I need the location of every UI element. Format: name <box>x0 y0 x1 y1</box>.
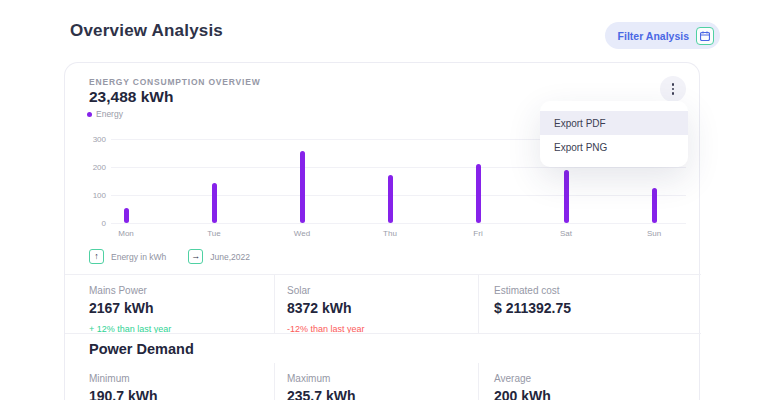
calendar-icon <box>696 27 714 45</box>
stat-label: Estimated cost <box>494 285 701 296</box>
chart-bar[interactable] <box>300 151 305 223</box>
date-range-chip[interactable]: → June,2022 <box>188 249 250 264</box>
arrow-up-icon: ↑ <box>89 249 104 264</box>
power-demand-title: Power Demand <box>89 341 194 357</box>
kebab-menu-icon <box>672 83 675 95</box>
x-axis-label: Fri <box>458 229 498 238</box>
stat-label: Mains Power <box>89 285 274 296</box>
y-axis-tick: 300 <box>65 135 106 144</box>
total-energy-value: 23,488 kWh <box>89 88 173 106</box>
divider <box>65 333 701 334</box>
stat-average: Average 200 kWh <box>479 363 701 400</box>
x-axis-label: Sun <box>634 229 674 238</box>
stat-estimated-cost: Estimated cost $ 211392.75 <box>479 275 701 334</box>
x-axis-label: Thu <box>370 229 410 238</box>
x-axis-label: Sat <box>546 229 586 238</box>
chart-bar[interactable] <box>652 188 657 223</box>
gridline <box>111 195 686 196</box>
chart-bar[interactable] <box>564 170 569 223</box>
y-axis-tick: 0 <box>65 219 106 228</box>
stat-label: Minimum <box>89 373 274 384</box>
stat-value: 200 kWh <box>494 388 701 400</box>
legend-label: Energy <box>96 109 123 119</box>
y-axis-tick: 100 <box>65 191 106 200</box>
stat-minimum: Minimum 190.7 kWh <box>65 363 274 400</box>
chart-bar[interactable] <box>388 175 393 223</box>
arrow-right-icon: → <box>188 249 203 264</box>
power-demand-row: Minimum 190.7 kWh Maximum 235.7 kWh Aver… <box>65 363 701 400</box>
power-stats-row: Mains Power 2167 kWh + 12% than last yea… <box>65 275 701 334</box>
chart-bar[interactable] <box>212 183 217 223</box>
card-menu-button[interactable] <box>660 76 686 102</box>
menu-item-export-pdf[interactable]: Export PDF <box>540 111 688 135</box>
stat-value: 2167 kWh <box>89 300 274 316</box>
chart-meta-chips: ↑ Energy in kWh → June,2022 <box>89 249 250 264</box>
legend-dot-icon <box>87 112 92 117</box>
energy-unit-chip[interactable]: ↑ Energy in kWh <box>89 249 166 264</box>
gridline <box>111 223 686 224</box>
menu-item-export-png[interactable]: Export PNG <box>540 135 688 159</box>
filter-analysis-button[interactable]: Filter Analysis <box>605 22 720 49</box>
page-title: Overview Analysis <box>70 21 223 41</box>
card-section-label: ENERGY CONSUMPTION OVERVIEW <box>89 77 260 87</box>
stat-value: 235.7 kWh <box>287 388 478 400</box>
chart-bar[interactable] <box>476 164 481 223</box>
x-axis-label: Wed <box>282 229 322 238</box>
stat-label: Maximum <box>287 373 478 384</box>
energy-unit-label: Energy in kWh <box>111 252 166 262</box>
x-axis-label: Mon <box>106 229 146 238</box>
date-range-label: June,2022 <box>210 252 250 262</box>
stat-label: Solar <box>287 285 478 296</box>
overview-analysis-page: Overview Analysis Filter Analysis ENERGY… <box>0 0 765 400</box>
chart-bar[interactable] <box>124 208 129 223</box>
stat-value: 190.7 kWh <box>89 388 274 400</box>
chart-legend: Energy <box>87 109 123 119</box>
stat-value: $ 211392.75 <box>494 300 701 316</box>
export-dropdown-menu: Export PDF Export PNG <box>540 101 688 167</box>
y-axis-tick: 200 <box>65 163 106 172</box>
stat-label: Average <box>494 373 701 384</box>
stat-mains-power: Mains Power 2167 kWh + 12% than last yea… <box>65 275 274 334</box>
stat-solar: Solar 8372 kWh -12% than last year <box>274 275 479 334</box>
stat-maximum: Maximum 235.7 kWh <box>274 363 479 400</box>
filter-analysis-label: Filter Analysis <box>618 30 689 42</box>
gridline <box>111 167 686 168</box>
x-axis-label: Tue <box>194 229 234 238</box>
stat-value: 8372 kWh <box>287 300 478 316</box>
